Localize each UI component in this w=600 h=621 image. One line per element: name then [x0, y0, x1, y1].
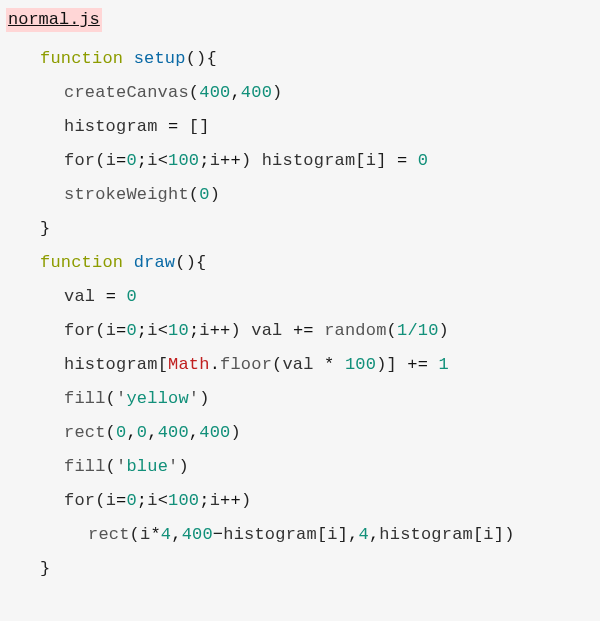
- code-line: fill('yellow'): [40, 389, 210, 408]
- num: 0: [126, 151, 136, 170]
- fn-draw: draw: [134, 253, 176, 272]
- num: 4: [359, 525, 369, 544]
- id-i: i: [327, 525, 337, 544]
- num: 400: [182, 525, 213, 544]
- id-i: i: [147, 491, 157, 510]
- id-i: i: [199, 321, 209, 340]
- id-i: i: [366, 151, 376, 170]
- call-floor: floor: [220, 355, 272, 374]
- num: 0: [116, 423, 126, 442]
- code-line: for(i=0;i<100;i++) histogram[i] = 0: [40, 151, 428, 170]
- kw-for: for: [64, 491, 95, 510]
- prop-math: Math: [168, 355, 210, 374]
- code-line: for(i=0;i<10;i++) val += random(1/10): [40, 321, 449, 340]
- call-fill: fill: [64, 457, 106, 476]
- code-line: rect(i*4,400−histogram[i],4,histogram[i]…: [40, 525, 515, 544]
- keyword-function: function: [40, 49, 123, 68]
- code-line: for(i=0;i<100;i++): [40, 491, 251, 510]
- fn-setup: setup: [134, 49, 186, 68]
- call-strokeweight: strokeWeight: [64, 185, 189, 204]
- id-i: i: [210, 491, 220, 510]
- num: 100: [168, 151, 199, 170]
- id-i: i: [106, 151, 116, 170]
- id-i: i: [210, 151, 220, 170]
- id-i: i: [147, 151, 157, 170]
- code-line: strokeWeight(0): [40, 185, 220, 204]
- call-rect: rect: [88, 525, 130, 544]
- code-line: }: [40, 219, 50, 238]
- id-i: i: [106, 491, 116, 510]
- num: 0: [199, 185, 209, 204]
- id-i: i: [483, 525, 493, 544]
- num: 100: [345, 355, 376, 374]
- num: 1: [439, 355, 449, 374]
- num: 400: [158, 423, 189, 442]
- num: 0: [137, 423, 147, 442]
- num: 4: [161, 525, 171, 544]
- code-line: fill('blue'): [40, 457, 189, 476]
- id-val: val: [251, 321, 282, 340]
- call-createcanvas: createCanvas: [64, 83, 189, 102]
- num: 100: [168, 491, 199, 510]
- num: 400: [199, 423, 230, 442]
- num: 0: [126, 287, 136, 306]
- id-val: val: [64, 287, 95, 306]
- code-line: histogram[Math.floor(val * 100)] += 1: [40, 355, 449, 374]
- code-line: createCanvas(400,400): [40, 83, 282, 102]
- str-yellow: yellow: [126, 389, 188, 408]
- code-line: histogram = []: [40, 117, 210, 136]
- id-val: val: [282, 355, 313, 374]
- keyword-function: function: [40, 253, 123, 272]
- str-blue: blue: [126, 457, 168, 476]
- code-line: rect(0,0,400,400): [40, 423, 241, 442]
- code-block: function setup(){ createCanvas(400,400) …: [0, 42, 600, 586]
- code-line: function setup(){: [40, 49, 217, 68]
- id-histogram: histogram: [64, 355, 158, 374]
- num: 1/10: [397, 321, 439, 340]
- id-histogram: histogram: [64, 117, 158, 136]
- kw-for: for: [64, 151, 95, 170]
- call-random: random: [324, 321, 386, 340]
- id-histogram: histogram: [223, 525, 317, 544]
- id-histogram: histogram: [262, 151, 356, 170]
- filename-wrap: normal.js: [0, 8, 600, 32]
- code-line: val = 0: [40, 287, 137, 306]
- num: 400: [199, 83, 230, 102]
- id-i: i: [140, 525, 150, 544]
- code-line: }: [40, 559, 50, 578]
- num: 0: [126, 321, 136, 340]
- filename-label: normal.js: [6, 8, 102, 32]
- num: 0: [418, 151, 428, 170]
- code-line: function draw(){: [40, 253, 206, 272]
- call-rect: rect: [64, 423, 106, 442]
- num: 10: [168, 321, 189, 340]
- num: 400: [241, 83, 272, 102]
- kw-for: for: [64, 321, 95, 340]
- id-i: i: [147, 321, 157, 340]
- id-i: i: [106, 321, 116, 340]
- id-histogram: histogram: [379, 525, 473, 544]
- call-fill: fill: [64, 389, 106, 408]
- num: 0: [126, 491, 136, 510]
- code-viewer: normal.js function setup(){ createCanvas…: [0, 0, 600, 586]
